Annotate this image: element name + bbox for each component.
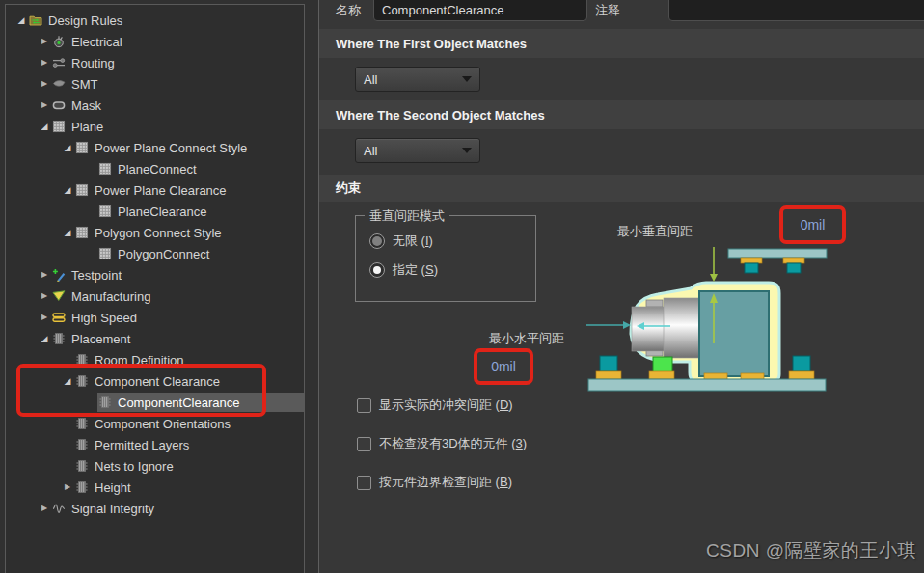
tree-item-component-orientations[interactable]: Component Orientations	[6, 413, 304, 434]
tree-item-permitted-layers[interactable]: Permitted Layers	[6, 434, 304, 455]
manufacturing-icon	[52, 289, 68, 303]
tree-item-content[interactable]: Signal Integrity	[51, 499, 304, 518]
tree-item-content[interactable]: Design Rules	[28, 11, 304, 30]
name-label: 名称	[336, 2, 361, 19]
tree-item-design-rules[interactable]: ◢Design Rules	[6, 10, 304, 31]
checkbox-icon[interactable]	[357, 398, 371, 413]
tree-item-planeclearance[interactable]: PlaneClearance	[6, 201, 304, 222]
expanded-arrow-icon[interactable]: ◢	[38, 116, 51, 137]
tree-item-testpoint[interactable]: ▶Testpoint	[6, 264, 304, 286]
collapsed-arrow-icon[interactable]: ▶	[38, 498, 51, 519]
tree-item-manufacturing[interactable]: ▶Manufacturing	[6, 286, 304, 307]
radio-option-i[interactable]: 无限 (I)	[369, 232, 433, 250]
tree-item-componentclearance[interactable]: ComponentClearance	[6, 392, 304, 413]
radio-selected-icon[interactable]	[369, 262, 385, 278]
tree-item-content[interactable]: Electrical	[51, 32, 304, 51]
tree-item-content[interactable]: PlaneConnect	[97, 159, 304, 178]
tree-item-plane[interactable]: ◢Plane	[6, 116, 304, 137]
tree-item-content[interactable]: PlaneClearance	[97, 202, 304, 221]
tree-item-content[interactable]: Plane	[51, 117, 304, 136]
chip-icon	[75, 480, 91, 494]
tree-item-label: Testpoint	[71, 268, 122, 283]
tree-item-high-speed[interactable]: ▶High Speed	[6, 307, 304, 328]
collapsed-arrow-icon[interactable]: ▶	[38, 73, 51, 95]
tree-item-mask[interactable]: ▶Mask	[6, 95, 304, 116]
tree-item-content[interactable]: Polygon Connect Style	[74, 223, 304, 242]
tree-item-content[interactable]: Power Plane Connect Style	[74, 138, 304, 157]
design-rules-dialog: ◢Design Rules▶Electrical▶Routing▶SMT▶Mas…	[0, 0, 924, 573]
tree-item-content[interactable]: Room Definition	[74, 350, 304, 369]
rule-name-input[interactable]	[373, 0, 587, 21]
tree-item-content[interactable]: Nets to Ignore	[74, 456, 304, 476]
tree-item-room-definition[interactable]: Room Definition	[6, 349, 304, 370]
tree-item-polygon-connect-style[interactable]: ◢Polygon Connect Style	[6, 222, 304, 243]
expanded-arrow-icon[interactable]: ◢	[61, 137, 74, 158]
tree-item-label: High Speed	[71, 311, 137, 325]
vertical-clearance-mode-title: 垂直间距模式	[365, 207, 449, 225]
plane-icon	[75, 141, 91, 154]
tree-item-content[interactable]: Testpoint	[51, 265, 304, 285]
rules-tree-panel: ◢Design Rules▶Electrical▶Routing▶SMT▶Mas…	[5, 4, 305, 573]
tree-item-content[interactable]: ComponentClearance	[97, 393, 304, 412]
collapsed-arrow-icon[interactable]: ▶	[61, 477, 74, 498]
radio-label: 无限 (I)	[393, 232, 433, 250]
collapsed-arrow-icon[interactable]: ▶	[38, 286, 51, 307]
tree-item-content[interactable]: Placement	[51, 329, 304, 348]
second-object-dropdown[interactable]: All	[355, 138, 480, 163]
radio-unselected-icon[interactable]	[369, 233, 385, 249]
tree-item-electrical[interactable]: ▶Electrical	[6, 31, 304, 52]
tree-item-content[interactable]: Routing	[51, 53, 304, 72]
tree-item-content[interactable]: Power Plane Clearance	[74, 180, 304, 200]
rules-tree: ◢Design Rules▶Electrical▶Routing▶SMT▶Mas…	[6, 10, 304, 519]
tree-item-content[interactable]: PolygonConnect	[97, 244, 304, 263]
checkbox-icon[interactable]	[357, 476, 371, 490]
first-object-dropdown-value: All	[364, 72, 377, 87]
tree-item-power-plane-connect-style[interactable]: ◢Power Plane Connect Style	[6, 137, 304, 158]
rule-comment-input[interactable]	[668, 0, 924, 21]
tree-item-planeconnect[interactable]: PlaneConnect	[6, 158, 304, 179]
tree-item-height[interactable]: ▶Height	[6, 477, 304, 498]
tree-item-content[interactable]: Manufacturing	[51, 286, 304, 306]
tree-item-component-clearance[interactable]: ◢Component Clearance	[6, 370, 304, 392]
collapsed-arrow-icon[interactable]: ▶	[38, 307, 51, 328]
checkbox-b[interactable]: 按元件边界检查间距 (B)	[357, 474, 512, 491]
tree-item-power-plane-clearance[interactable]: ◢Power Plane Clearance	[6, 179, 304, 201]
collapsed-arrow-icon[interactable]: ▶	[38, 31, 51, 52]
expanded-arrow-icon[interactable]: ◢	[61, 222, 74, 243]
checkbox-icon[interactable]	[357, 437, 371, 451]
tree-item-content[interactable]: SMT	[51, 74, 304, 94]
checkbox-label: 按元件边界检查间距 (B)	[379, 474, 512, 491]
tree-item-placement[interactable]: ◢Placement	[6, 328, 304, 349]
expanded-arrow-icon[interactable]: ◢	[61, 370, 74, 392]
radio-option-s[interactable]: 指定 (S)	[369, 261, 438, 279]
collapsed-arrow-icon[interactable]: ▶	[38, 264, 51, 286]
checkbox-d[interactable]: 显示实际的冲突间距 (D)	[357, 396, 513, 414]
expanded-arrow-icon[interactable]: ◢	[14, 10, 28, 31]
first-object-dropdown[interactable]: All	[355, 67, 480, 92]
min-vertical-clearance-label: 最小垂直间距	[617, 223, 693, 240]
tree-item-content[interactable]: Permitted Layers	[74, 435, 304, 454]
tree-item-content[interactable]: Mask	[51, 96, 304, 115]
min-vertical-clearance-value[interactable]: 0mil	[801, 217, 826, 232]
tree-item-nets-to-ignore[interactable]: Nets to Ignore	[6, 455, 304, 477]
collapsed-arrow-icon[interactable]: ▶	[38, 95, 51, 116]
tree-item-content[interactable]: Component Orientations	[74, 414, 304, 433]
radio-label: 指定 (S)	[393, 261, 438, 279]
design-rules-icon	[29, 14, 44, 27]
tree-item-polygonconnect[interactable]: PolygonConnect	[6, 243, 304, 264]
tree-item-label: Polygon Connect Style	[95, 226, 222, 240]
annotation-box-horizontal: 0mil	[474, 348, 533, 385]
second-object-dropdown-value: All	[364, 144, 377, 158]
tree-item-routing[interactable]: ▶Routing	[6, 52, 304, 73]
collapsed-arrow-icon[interactable]: ▶	[38, 52, 51, 73]
tree-item-content[interactable]: Component Clearance	[74, 371, 304, 391]
expanded-arrow-icon[interactable]: ◢	[61, 179, 74, 201]
tree-item-smt[interactable]: ▶SMT	[6, 73, 304, 95]
checkbox-3d-3[interactable]: 不检查没有3D体的元件 (3)	[357, 435, 527, 452]
tree-item-content[interactable]: High Speed	[51, 308, 304, 327]
tree-item-signal-integrity[interactable]: ▶Signal Integrity	[6, 498, 304, 519]
tree-item-content[interactable]: Height	[74, 478, 304, 497]
first-object-section-header: Where The First Object Matches	[319, 29, 924, 58]
expanded-arrow-icon[interactable]: ◢	[38, 328, 51, 349]
min-horizontal-clearance-value[interactable]: 0mil	[491, 359, 516, 374]
